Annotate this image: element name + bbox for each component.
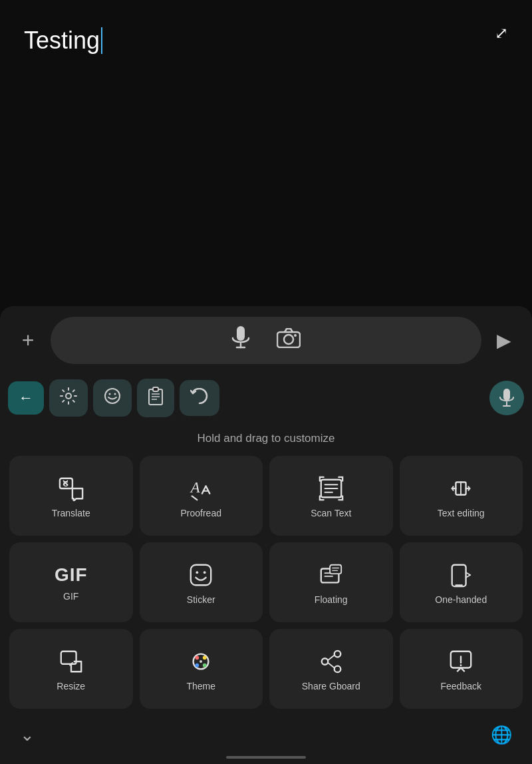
settings-icon — [60, 387, 77, 409]
proofread-label: Proofread — [181, 508, 221, 518]
share-gboard-label: Share Gboard — [302, 681, 360, 691]
mic-camera-bar[interactable] — [51, 317, 481, 364]
svg-point-9 — [114, 393, 116, 395]
gif-label: GIF — [63, 591, 78, 602]
grid-item-text-editing[interactable]: Text editing — [400, 456, 523, 536]
grid-item-scan-text[interactable]: Scan Text — [269, 456, 393, 536]
svg-point-48 — [334, 666, 341, 673]
undo-button[interactable] — [180, 380, 219, 416]
svg-point-42 — [203, 656, 207, 660]
svg-text:A: A — [190, 479, 200, 496]
keyboard-panel: + ▶ — [0, 306, 532, 764]
features-grid: G Translate A Proofread — [0, 456, 532, 718]
settings-button[interactable] — [49, 379, 88, 417]
svg-point-41 — [196, 656, 200, 660]
svg-point-46 — [334, 651, 341, 658]
svg-rect-34 — [330, 565, 341, 574]
svg-point-5 — [294, 334, 297, 337]
mic-right-button[interactable] — [489, 381, 524, 415]
svg-rect-37 — [452, 565, 466, 586]
svg-point-6 — [66, 393, 71, 399]
grid-item-translate[interactable]: G Translate — [9, 456, 133, 536]
clipboard-icon — [148, 387, 164, 409]
text-cursor — [101, 27, 102, 54]
svg-point-47 — [322, 658, 329, 665]
sticker-label: Sticker — [187, 594, 215, 605]
grid-item-theme[interactable]: Theme — [140, 629, 263, 709]
back-button[interactable]: ← — [8, 381, 44, 415]
emoji-button[interactable] — [93, 379, 132, 417]
svg-rect-0 — [237, 326, 245, 341]
grid-item-floating[interactable]: Floating — [269, 542, 393, 622]
home-indicator — [226, 756, 306, 759]
grid-item-gif[interactable]: GIF GIF — [9, 542, 133, 622]
grid-item-feedback[interactable]: Feedback — [400, 629, 523, 709]
theme-label: Theme — [186, 681, 215, 691]
svg-point-30 — [203, 571, 206, 574]
svg-point-45 — [200, 660, 202, 663]
collapse-button[interactable]: ⌄ — [20, 725, 35, 745]
emoji-icon — [104, 387, 121, 409]
text-value: Testing — [24, 27, 100, 55]
svg-line-49 — [328, 656, 334, 661]
clipboard-button[interactable] — [137, 379, 174, 417]
grid-item-resize[interactable]: Resize — [9, 629, 133, 709]
send-button[interactable]: ▶ — [489, 329, 519, 351]
toolbar-row: ← — [0, 375, 532, 424]
svg-rect-28 — [191, 565, 211, 585]
floating-label: Floating — [315, 594, 348, 605]
microphone-icon[interactable] — [231, 326, 250, 355]
text-area[interactable]: Testing ⤢ — [0, 0, 532, 146]
scan-text-label: Scan Text — [311, 508, 351, 518]
translate-label: Translate — [52, 508, 90, 518]
feedback-label: Feedback — [441, 681, 481, 691]
undo-icon — [190, 388, 209, 408]
bottom-bar: ⌄ 🌐 — [0, 718, 532, 751]
svg-point-8 — [109, 393, 111, 395]
language-button[interactable]: 🌐 — [491, 725, 512, 745]
svg-rect-11 — [153, 387, 158, 391]
add-button[interactable]: + — [13, 328, 43, 353]
expand-icon[interactable]: ⤢ — [495, 24, 508, 43]
grid-item-one-handed[interactable]: One-handed — [400, 542, 523, 622]
grid-item-share-gboard[interactable]: Share Gboard — [269, 629, 393, 709]
text-content: Testing — [24, 27, 508, 55]
gif-icon: GIF — [55, 566, 88, 584]
one-handed-label: One-handed — [435, 594, 487, 605]
camera-icon[interactable] — [277, 328, 301, 353]
svg-line-50 — [328, 663, 334, 668]
svg-rect-15 — [503, 389, 510, 401]
hold-drag-hint: Hold and drag to customize — [0, 424, 532, 456]
svg-point-44 — [196, 664, 200, 668]
svg-point-53 — [460, 664, 462, 666]
text-editing-label: Text editing — [438, 508, 485, 518]
back-icon: ← — [19, 389, 33, 407]
svg-point-4 — [284, 335, 293, 344]
grid-item-sticker[interactable]: Sticker — [140, 542, 263, 622]
grid-item-proofread[interactable]: A Proofread — [140, 456, 263, 536]
svg-point-43 — [203, 664, 207, 668]
input-row: + ▶ — [0, 306, 532, 375]
resize-label: Resize — [57, 681, 85, 691]
svg-point-7 — [105, 389, 120, 403]
svg-point-29 — [196, 571, 199, 574]
